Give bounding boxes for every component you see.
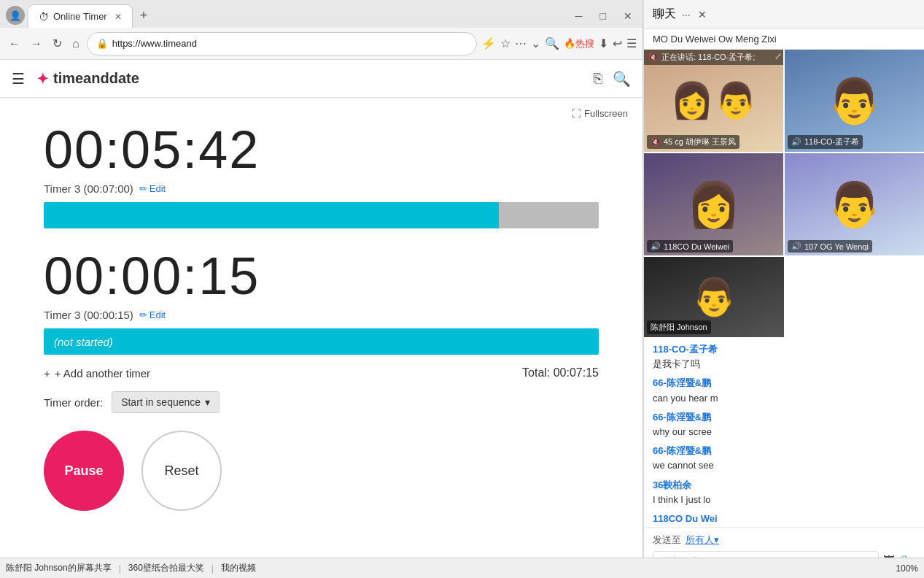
- header-actions: ⎘ 🔍: [594, 70, 631, 88]
- not-started-label: (not started): [54, 336, 113, 348]
- address-bar-actions: ⚡ ☆ ⋯ ⌄ 🔍 🔥热搜 ⬇ ↩ ☰: [481, 36, 637, 50]
- video-grid: 🔇 正在讲话: 118-CO-孟子希; 👩👨 🔇 45 cg 胡伊琳 王景风 ⤢: [644, 50, 924, 337]
- dropdown-icon[interactable]: ⌄: [531, 36, 540, 50]
- bookmark-icon[interactable]: ☆: [500, 36, 510, 50]
- window-controls: ─ □ ✕: [571, 9, 637, 28]
- video-label-4: 🔊 107 OG Ye Wenqi: [788, 240, 872, 253]
- timer-2-label: Timer 3 (00:00:15): [44, 309, 133, 321]
- add-timer-button[interactable]: + + Add another timer: [44, 367, 150, 379]
- speaker-icon-4: 🔊: [791, 242, 801, 251]
- hot-button[interactable]: 🔥热搜: [564, 37, 594, 50]
- add-timer-label: + Add another timer: [55, 367, 150, 379]
- reload-button[interactable]: ↻: [50, 34, 65, 53]
- video-label-2: 🔊 118-CO-孟子希: [788, 135, 863, 149]
- send-to-value[interactable]: 所有人▾: [686, 533, 719, 547]
- tab-bar: 👤 ⏱ Online Timer ✕ + ─ □ ✕: [0, 0, 642, 28]
- timer-order-row: Timer order: Start in sequence ▾: [44, 391, 599, 413]
- video-label-5: 陈舒阳 Johnson: [647, 320, 711, 334]
- controls-row: Pause Reset: [44, 431, 599, 511]
- chat-message-1: 66-陈淫暨&鹏 can you hear m: [653, 377, 915, 404]
- video-label-1: 🔇 45 cg 胡伊琳 王景风: [647, 135, 739, 149]
- hamburger-menu[interactable]: ☰: [12, 70, 25, 88]
- video-row-1: 🔇 正在讲话: 118-CO-孟子希; 👩👨 🔇 45 cg 胡伊琳 王景风 ⤢: [644, 50, 924, 152]
- mic-icon-1: 🔇: [651, 137, 661, 147]
- video-row-2: 👩 🔊 118CO Du Weiwei 👨 🔊 107 OG Ye Wenqi: [644, 153, 924, 255]
- taskbar-sep2: |: [211, 563, 214, 574]
- home-button[interactable]: ⌂: [69, 34, 82, 53]
- logo: ✦ timeanddate: [36, 70, 139, 88]
- timer-1-progress-fill: [44, 202, 499, 228]
- share-icon[interactable]: ⎘: [594, 70, 602, 88]
- chat-message-0: 118-CO-孟子希 是我卡了吗: [653, 343, 915, 371]
- timer-2-edit-label: Edit: [150, 309, 166, 320]
- app-header: ☰ ✦ timeanddate ⎘ 🔍: [0, 60, 642, 98]
- pencil-icon-2: ✏: [139, 309, 147, 320]
- timer-order-label: Timer order:: [44, 396, 103, 409]
- taskbar-sep: |: [119, 563, 121, 574]
- fullscreen-button[interactable]: ⛶ Fullscreen: [572, 108, 628, 119]
- timer-1-edit-button[interactable]: ✏ Edit: [139, 183, 166, 194]
- video-expand-icon: ⤢: [774, 51, 782, 61]
- taskbar-item-2[interactable]: 我的视频: [221, 562, 256, 574]
- back-button[interactable]: ←: [6, 34, 23, 53]
- add-timer-row: + + Add another timer Total: 00:07:15: [44, 366, 599, 379]
- chat-user-header: MO Du Weiwei Ow Meng Zixi: [644, 29, 924, 50]
- browser-avatar: 👤: [6, 6, 25, 25]
- chat-title: 聊天: [653, 7, 676, 22]
- download-icon[interactable]: ⬇: [599, 36, 608, 50]
- taskbar-item-1[interactable]: 360壁纸合拍最大奖: [128, 562, 204, 574]
- pencil-icon: ✏: [139, 183, 147, 194]
- speaker-icon-3: 🔊: [651, 242, 661, 251]
- maximize-button[interactable]: □: [596, 9, 610, 23]
- video-cell-3: 👩 🔊 118CO Du Weiwei: [644, 153, 783, 255]
- speaker-icon-2: 🔊: [791, 137, 801, 147]
- total-label: Total: 00:07:15: [522, 366, 599, 379]
- minimize-button[interactable]: ─: [571, 9, 587, 23]
- more-button[interactable]: ⋯: [515, 36, 527, 50]
- browser-window: 👤 ⏱ Online Timer ✕ + ─ □ ✕ ← → ↻ ⌂ 🔒 htt…: [0, 0, 643, 578]
- timer-1: 00:05:42 Timer 3 (00:07:00) ✏ Edit: [44, 120, 599, 228]
- chat-messages: 118-CO-孟子希 是我卡了吗 66-陈淫暨&鹏 can you hear m…: [644, 337, 924, 527]
- fullscreen-icon: ⛶: [572, 108, 581, 119]
- timer-1-progress-bar: [44, 202, 599, 228]
- address-bar: ← → ↻ ⌂ 🔒 https://www.timeand ⚡ ☆ ⋯ ⌄ 🔍 …: [0, 28, 642, 60]
- reset-button[interactable]: Reset: [141, 431, 222, 511]
- tab-favicon: ⏱: [39, 11, 49, 23]
- timer-2-display: 00:00:15: [44, 246, 599, 306]
- extensions-icon[interactable]: ⚡: [481, 36, 496, 50]
- timer-order-select[interactable]: Start in sequence ▾: [112, 391, 220, 413]
- history-back-icon[interactable]: ↩: [613, 36, 622, 50]
- chat-more-button[interactable]: ···: [682, 9, 691, 20]
- taskbar-user-label: 陈舒阳 Johnson的屏幕共享: [6, 562, 112, 574]
- timer-2-edit-button[interactable]: ✏ Edit: [139, 309, 166, 320]
- video-cell-5: 👨 陈舒阳 Johnson: [644, 257, 784, 337]
- timer-1-edit-label: Edit: [150, 183, 166, 194]
- url-box[interactable]: 🔒 https://www.timeand: [87, 32, 477, 55]
- plus-icon: +: [44, 367, 50, 379]
- send-to-label: 发送至: [653, 533, 681, 547]
- chat-message-3: 66-陈淫暨&鹏 we cannot see: [653, 444, 915, 472]
- active-tab[interactable]: ⏱ Online Timer ✕: [28, 4, 133, 28]
- timer-1-label: Timer 3 (00:07:00): [44, 182, 133, 195]
- pause-button[interactable]: Pause: [44, 431, 124, 511]
- fullscreen-label: Fullscreen: [584, 108, 628, 119]
- new-tab-button[interactable]: +: [136, 8, 152, 23]
- search-icon[interactable]: 🔍: [613, 70, 631, 88]
- timer-2-progress-bar: (not started): [44, 328, 599, 355]
- video-cell-2: 👨 🔊 118-CO-孟子希: [785, 50, 924, 152]
- chat-close-button[interactable]: ✕: [698, 9, 707, 20]
- close-button[interactable]: ✕: [619, 9, 637, 23]
- security-icon: 🔒: [96, 38, 108, 49]
- tab-close-button[interactable]: ✕: [114, 12, 122, 22]
- taskbar: 陈舒阳 Johnson的屏幕共享 | 360壁纸合拍最大奖 | 我的视频 100…: [0, 558, 924, 578]
- chat-message-5: 118CO Du Wei poi: [653, 512, 915, 527]
- chat-header: 聊天 ··· ✕: [644, 0, 924, 29]
- menu-icon[interactable]: ☰: [626, 36, 637, 50]
- search-icon[interactable]: 🔍: [545, 36, 559, 50]
- forward-button[interactable]: →: [28, 34, 45, 53]
- chat-panel: 聊天 ··· ✕ MO Du Weiwei Ow Meng Zixi 🔇 正在讲…: [643, 0, 924, 578]
- tab-title: Online Timer: [53, 11, 107, 22]
- timer-2-label-row: Timer 3 (00:00:15) ✏ Edit: [44, 309, 599, 321]
- video-cell-1: 🔇 正在讲话: 118-CO-孟子希; 👩👨 🔇 45 cg 胡伊琳 王景风 ⤢: [644, 50, 783, 152]
- timer-2: 00:00:15 Timer 3 (00:00:15) ✏ Edit (not …: [44, 246, 599, 355]
